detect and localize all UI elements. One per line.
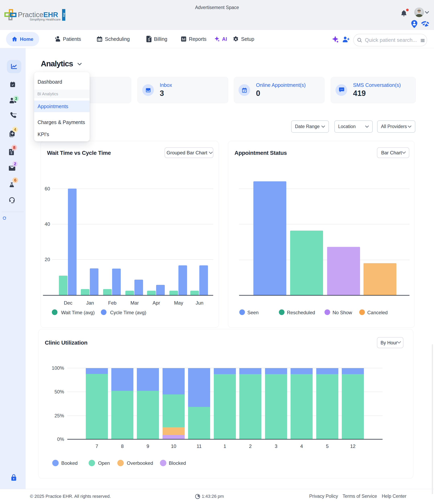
svg-text:Pro: Pro [62, 13, 65, 17]
svg-text:PracticeEHR: PracticeEHR [18, 11, 58, 18]
svg-text:Canceled: Canceled [367, 310, 388, 315]
svg-text:5: 5 [326, 443, 328, 449]
svg-text:40: 40 [44, 221, 50, 227]
svg-text:1: 1 [223, 443, 226, 449]
svg-text:Simplifying Healthcare: Simplifying Healthcare [30, 18, 61, 21]
svg-text:Apr: Apr [152, 300, 160, 306]
svg-text:0%: 0% [57, 436, 64, 442]
svg-text:9: 9 [146, 443, 149, 449]
svg-text:25%: 25% [54, 413, 64, 418]
svg-text:7: 7 [96, 443, 98, 449]
svg-text:100%: 100% [52, 365, 64, 371]
svg-text:Grouped Bar Chart: Grouped Bar Chart [167, 150, 207, 155]
svg-text:3: 3 [275, 443, 277, 449]
svg-text:60: 60 [44, 186, 50, 191]
svg-text:Dec: Dec [64, 300, 72, 306]
svg-text:20: 20 [44, 257, 50, 262]
svg-text:Open: Open [98, 460, 110, 466]
svg-text:Jun: Jun [196, 300, 204, 306]
svg-text:Bar Chart: Bar Chart [381, 150, 402, 155]
svg-text:Blocked: Blocked [169, 460, 186, 466]
svg-text:No Show: No Show [333, 310, 352, 315]
svg-text:4: 4 [300, 443, 303, 449]
svg-text:By Hour: By Hour [381, 340, 397, 345]
svg-text:12: 12 [350, 443, 356, 449]
svg-text:Seen: Seen [247, 310, 259, 315]
svg-text:Wait Time vs Cycle Time: Wait Time vs Cycle Time [47, 150, 111, 156]
svg-text:11: 11 [197, 443, 202, 449]
svg-text:Mar: Mar [130, 300, 139, 306]
svg-text:Overbooked: Overbooked [127, 460, 153, 466]
svg-text:Jan: Jan [86, 300, 94, 306]
svg-text:Booked: Booked [61, 460, 78, 466]
svg-text:Feb: Feb [108, 300, 116, 306]
svg-text:Wait Time (avg): Wait Time (avg) [61, 310, 95, 315]
svg-text:Cycle Time (avg): Cycle Time (avg) [110, 310, 146, 315]
svg-text:50%: 50% [54, 389, 64, 395]
svg-text:10: 10 [171, 443, 177, 449]
svg-text:May: May [174, 300, 183, 306]
svg-text:Rescheduled: Rescheduled [287, 310, 315, 315]
svg-text:2: 2 [249, 443, 252, 449]
svg-text:Appointment Status: Appointment Status [234, 150, 287, 156]
svg-text:8: 8 [121, 443, 124, 449]
svg-text:Clinic Utilization: Clinic Utilization [45, 340, 87, 346]
